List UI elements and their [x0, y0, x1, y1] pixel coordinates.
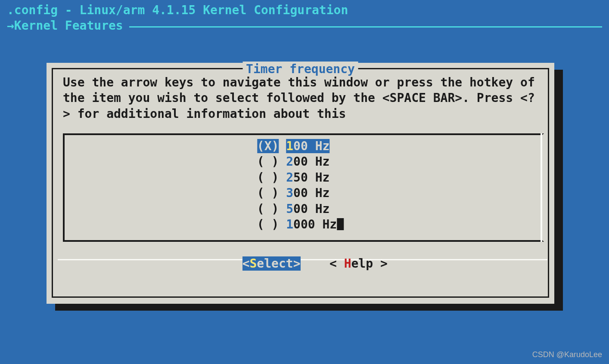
- option-label: 1000 Hz: [286, 217, 337, 231]
- config-title: .config - Linux/arm 4.1.15 Kernel Config…: [7, 3, 602, 18]
- radio-marker: ( ): [257, 217, 279, 231]
- options-list: (X) 100 Hz( ) 200 Hz( ) 250 Hz( ) 300 Hz…: [257, 139, 344, 232]
- option-row[interactable]: (X) 100 Hz: [257, 139, 344, 154]
- radio-marker: (X): [257, 139, 279, 153]
- option-row[interactable]: ( ) 500 Hz: [257, 201, 344, 217]
- hotkey: 3: [286, 186, 293, 200]
- divider: [129, 26, 602, 28]
- text-cursor: [337, 218, 344, 230]
- window-header: .config - Linux/arm 4.1.15 Kernel Config…: [0, 0, 609, 34]
- hotkey: 1: [286, 139, 293, 153]
- timer-frequency-dialog: Timer frequency Use the arrow keys to na…: [47, 63, 554, 304]
- radio-marker: ( ): [257, 154, 279, 169]
- arrow-right-icon: →: [7, 18, 14, 34]
- option-label: 100 Hz: [286, 139, 329, 153]
- radio-marker: ( ): [257, 186, 279, 200]
- radio-marker: ( ): [257, 202, 279, 216]
- option-row[interactable]: ( ) 300 Hz: [257, 185, 344, 201]
- option-label: 250 Hz: [286, 170, 329, 185]
- option-row[interactable]: ( ) 200 Hz: [257, 154, 344, 170]
- option-label: 200 Hz: [286, 154, 329, 169]
- option-label: 300 Hz: [286, 186, 329, 200]
- watermark: CSDN @KarudoLee: [532, 350, 602, 360]
- option-label: 500 Hz: [286, 202, 329, 216]
- option-row[interactable]: ( ) 250 Hz: [257, 170, 344, 185]
- select-button[interactable]: <Select>: [242, 256, 301, 271]
- dialog-help-text: Use the arrow keys to navigate this wind…: [63, 75, 538, 122]
- breadcrumb-label: Kernel Features: [14, 18, 123, 34]
- option-row[interactable]: ( ) 1000 Hz: [257, 217, 344, 232]
- hotkey: 2: [286, 154, 293, 169]
- hotkey: 2: [286, 170, 293, 185]
- button-bar: <Select> < Help >: [47, 241, 554, 287]
- hotkey: 5: [286, 202, 293, 216]
- radio-marker: ( ): [257, 170, 279, 185]
- hotkey: 1: [286, 217, 293, 231]
- breadcrumb: → Kernel Features: [7, 18, 602, 34]
- help-button[interactable]: < Help >: [329, 256, 388, 271]
